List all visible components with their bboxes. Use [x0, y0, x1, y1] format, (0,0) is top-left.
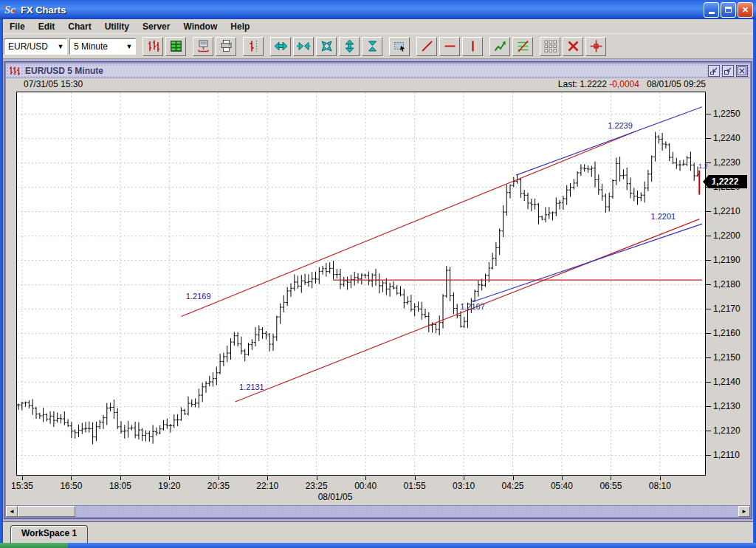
plot-svg[interactable]: 1.21311.21671.21691.22391.2201	[17, 92, 705, 475]
x-axis-date-label: 08/01/05	[306, 492, 365, 502]
restore-icon	[725, 7, 732, 13]
toolbar: EUR/USD ▼ 5 Minute ▼	[0, 34, 756, 59]
toolbar-button-crosshair[interactable]	[585, 37, 606, 56]
trend-line-lower-blue[interactable]	[472, 224, 702, 302]
trend-line-resistance-red[interactable]	[181, 131, 636, 317]
delete-line-icon	[566, 39, 580, 53]
toolbar-button-fit-screen[interactable]	[316, 37, 337, 56]
x-axis-label: 04:25	[497, 481, 529, 491]
toolbar-button-zoom-box[interactable]	[389, 37, 410, 56]
printer-icon	[219, 39, 233, 53]
quote-list-icon	[169, 39, 183, 53]
toolbar-button-horizontal-line[interactable]	[439, 37, 460, 56]
toolbar-button-compress-horizontal[interactable]	[293, 37, 314, 56]
y-axis-label: 1,2250	[713, 109, 752, 119]
single-bar-icon	[247, 39, 261, 53]
toolbar-button-delete-line[interactable]	[563, 37, 583, 56]
scroll-right-button[interactable]: ►	[738, 506, 750, 517]
y-axis-tick	[706, 114, 711, 114]
ohlc-bars-icon	[146, 39, 160, 53]
plot-layer: 1.21311.21671.21691.22391.2201 1,2222 1.…	[6, 90, 750, 505]
toolbar-button-expand-vertical[interactable]	[339, 37, 360, 56]
x-axis-tick	[71, 476, 72, 480]
toolbar-button-zigzag-indicator[interactable]	[489, 37, 510, 56]
toolbar-button-trend-line[interactable]	[416, 37, 437, 56]
x-axis-label: 20:35	[202, 481, 235, 491]
close-button[interactable]: ✕	[738, 2, 753, 18]
y-axis-label: 1,2140	[713, 377, 752, 387]
zigzag-indicator-icon	[493, 39, 507, 53]
menu-item-edit[interactable]: Edit	[32, 20, 62, 33]
menu-item-utility[interactable]: Utility	[98, 20, 136, 33]
y-axis-label: 1,2150	[713, 352, 752, 363]
workspace-tab[interactable]: WorkSpace 1	[10, 525, 88, 544]
y-axis-label: 1,2130	[713, 401, 752, 411]
x-axis-tick	[562, 476, 563, 480]
app-window: Sc FX Charts ✕ FileEditChartUtilityServe…	[0, 0, 756, 548]
toolbar-button-single-bar[interactable]	[243, 37, 264, 56]
menu-item-server[interactable]: Server	[136, 20, 176, 33]
restore-button[interactable]	[721, 2, 736, 18]
toolbar-button-server-link[interactable]	[193, 37, 213, 56]
interval-value: 5 Minute	[74, 41, 123, 52]
minimize-icon	[709, 12, 715, 14]
toolbar-button-vertical-line[interactable]	[462, 37, 483, 56]
y-axis-tick	[706, 406, 711, 407]
toolbar-button-compress-vertical[interactable]	[362, 37, 382, 56]
interval-select[interactable]: 5 Minute ▼	[69, 38, 136, 55]
workspace-tab-bar: WorkSpace 1	[3, 521, 753, 543]
iconify-icon	[709, 66, 718, 75]
chart-window-titlebar[interactable]: EUR/USD 5 Minute	[6, 64, 750, 78]
y-axis-tick	[706, 138, 711, 139]
y-axis-tick	[706, 284, 711, 285]
plot-frame: 1.21311.21671.21691.22391.2201	[16, 92, 706, 476]
x-axis-label: 18:05	[104, 481, 137, 491]
minimize-button[interactable]	[704, 2, 719, 18]
close-chart-icon	[738, 66, 746, 75]
symbol-value: EUR/USD	[8, 41, 55, 52]
menu-item-help[interactable]: Help	[224, 20, 256, 33]
iconify-button[interactable]	[708, 65, 720, 77]
x-axis-label: 23:25	[300, 481, 333, 491]
x-axis-tick	[365, 476, 366, 480]
toolbar-button-expand-horizontal[interactable]	[270, 37, 291, 56]
fit-screen-icon	[320, 39, 334, 53]
y-axis-tick	[706, 260, 711, 261]
mdi-workspace: EUR/USD 5 Minute	[3, 59, 753, 521]
y-axis-tick	[706, 357, 711, 358]
start-button-strip	[0, 543, 68, 548]
menu-item-chart[interactable]: Chart	[61, 20, 97, 33]
toolbar-button-printer[interactable]	[216, 37, 236, 56]
trend-line-label: 1.2169	[186, 292, 211, 301]
x-axis-tick	[611, 476, 611, 480]
toolbar-button-ohlc-bars[interactable]	[142, 37, 163, 56]
scroll-left-button[interactable]: ◄	[6, 506, 18, 517]
y-axis-tick	[706, 162, 711, 163]
x-axis-label: 00:40	[349, 481, 382, 491]
trend-line-upper-blue[interactable]	[516, 107, 702, 175]
app-title: FX Charts	[21, 4, 702, 16]
last-quote: Last: 1.2222 -0,0004 08/01/05 09:25	[558, 79, 706, 90]
grid-lines	[17, 92, 705, 475]
y-axis-tick	[706, 455, 711, 456]
y-axis-tick	[706, 431, 711, 431]
scrollbar-thumb[interactable]	[18, 506, 75, 517]
symbol-select[interactable]: EUR/USD ▼	[4, 38, 67, 55]
toolbar-button-fib-lines[interactable]	[512, 37, 533, 56]
compress-vertical-icon	[365, 39, 379, 53]
last-value: 1.2222	[580, 79, 607, 89]
x-axis-label: 08:10	[644, 481, 676, 491]
close-chart-button[interactable]	[736, 65, 748, 77]
toolbar-button-quote-list[interactable]	[165, 37, 186, 56]
y-axis-label: 1,2110	[713, 450, 752, 460]
menu-item-window[interactable]: Window	[176, 20, 224, 33]
expand-vertical-icon	[343, 39, 357, 53]
y-axis-label: 1,2210	[713, 206, 752, 216]
toolbar-button-grid[interactable]	[540, 37, 560, 56]
restore-window-button[interactable]	[722, 65, 734, 77]
x-axis-tick	[120, 476, 121, 480]
bar-datetime: 07/31/05 15:30	[24, 79, 83, 90]
menu-item-file[interactable]: File	[3, 20, 32, 33]
chart-window-title: EUR/USD 5 Minute	[25, 66, 706, 76]
horizontal-scrollbar[interactable]: ◄ ►	[6, 505, 750, 517]
